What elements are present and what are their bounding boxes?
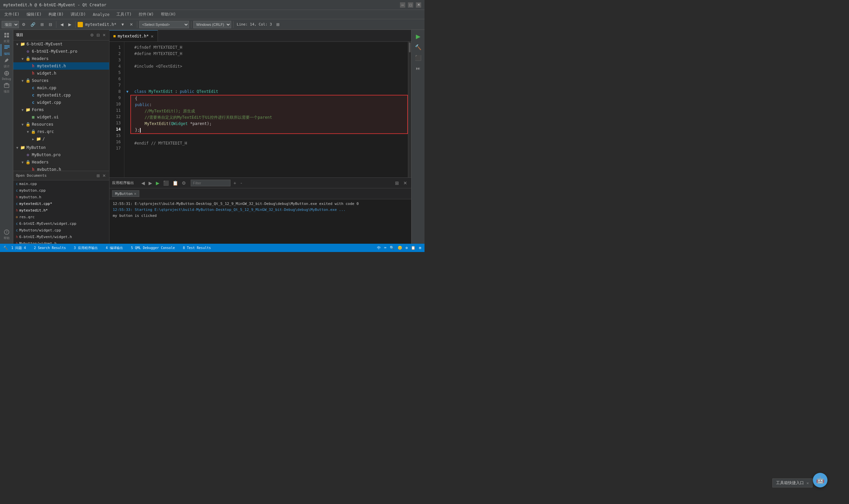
output-next-btn[interactable]: ▶ (147, 180, 153, 186)
doc-item-widget-cpp-1[interactable]: c6-btnUI-MyEvent/widget.cpp (13, 220, 109, 227)
settings-icon: ⚙ (405, 246, 408, 250)
collapse-btn[interactable]: ⊟ (96, 32, 101, 38)
project1-sources[interactable]: ▼ 🔒 Sources (13, 77, 109, 84)
step-btn[interactable]: ⏭ (412, 63, 424, 73)
doc-item-widget-h-2[interactable]: hMybutton/widget.h (13, 240, 109, 244)
line-6 (134, 76, 404, 82)
status-compile[interactable]: 4 编译输出 (106, 246, 123, 250)
open-docs-close-btn[interactable]: ✕ (102, 173, 106, 179)
project1-root[interactable]: ▼ 📁 6-btnUI-MyEvent (13, 40, 109, 48)
line-1: #ifndef MYTEXTEDIT_H (134, 44, 404, 51)
build-btn[interactable]: 🔨 (412, 42, 424, 52)
output-run-controls: ◀ ▶ ▶ ⬛ 📋 ⚙ (138, 180, 189, 186)
project1-headers[interactable]: ▼ 🔒 Headers (13, 55, 109, 62)
doc-item-res-qrc[interactable]: ⚙res.qrc (13, 214, 109, 220)
nav-forward-btn[interactable]: ▶ (66, 21, 73, 28)
output-settings-btn[interactable]: ⚙ (180, 180, 187, 186)
project1-main-cpp[interactable]: c main.cpp (13, 84, 109, 91)
project1-mytextedit-h[interactable]: h mytextedit.h (13, 62, 109, 70)
project1-res-qrc[interactable]: ▼ 🔒 res.qrc (13, 128, 109, 135)
search-icon-status: 🔍 (390, 246, 394, 250)
sync-btn[interactable]: ⚙ (90, 32, 94, 38)
project1-widget-ui[interactable]: ▦ widget.ui (13, 113, 109, 121)
proc-tab-close-icon[interactable]: ✕ (134, 191, 136, 196)
menu-build[interactable]: 构建(B) (46, 11, 66, 18)
ime-indicator[interactable]: 中 (377, 245, 381, 250)
link-btn[interactable]: 🔗 (29, 21, 37, 28)
output-clear-btn[interactable]: 📋 (171, 180, 179, 186)
editor-tab-active[interactable]: ■ mytextedit.h* ✕ (109, 30, 158, 41)
stop-btn[interactable]: ⬛ (412, 53, 424, 63)
output-filter-input[interactable] (191, 180, 231, 186)
add-btn[interactable]: ⊞ (38, 21, 46, 28)
doc-widget-cpp-1-label: 6-btnUI-MyEvent/widget.cpp (19, 221, 76, 226)
sidebar-debug[interactable]: Debug (1, 69, 13, 81)
run-btn[interactable]: ▶ (412, 32, 424, 41)
project1-widget-h[interactable]: h widget.h (13, 70, 109, 77)
status-qml[interactable]: 5 QML Debugger Console (131, 246, 175, 250)
code-content[interactable]: #ifndef MYTEXTEDIT_H #define MYTEXTEDIT_… (130, 42, 408, 177)
menu-debug[interactable]: 调试(D) (68, 11, 89, 18)
menu-file[interactable]: 文件(E) (2, 11, 22, 18)
tab-dropdown[interactable]: ▼ (119, 21, 127, 28)
doc-item-widget-h-1[interactable]: h6-btnUI-MyEvent/widget.h (13, 233, 109, 240)
menu-tools[interactable]: 工具(T) (114, 11, 134, 18)
doc-item-main-cpp[interactable]: cmain.cpp (13, 180, 109, 187)
menu-help[interactable]: 帮助(H) (158, 11, 179, 18)
close-button[interactable]: ✕ (416, 2, 421, 7)
doc-item-widget-cpp-2[interactable]: cMybutton/widget.cpp (13, 227, 109, 233)
status-problems[interactable]: 1 问题 4 (11, 246, 26, 250)
proc-tab-mybutton[interactable]: MyButton ✕ (112, 190, 139, 197)
doc-item-mytextedit-h[interactable]: hmytextedit.h* (13, 207, 109, 214)
sidebar-project[interactable]: 项目 (1, 82, 13, 94)
project2-mybutton-h-label: mybutton.h (37, 167, 61, 171)
output-prev-btn[interactable]: ◀ (140, 180, 146, 186)
menu-analyze[interactable]: Analyze (90, 11, 112, 18)
maximize-button[interactable]: □ (408, 2, 413, 7)
project1-resources[interactable]: ▼ 🔒 Resources (13, 121, 109, 128)
open-docs-expand-btn[interactable]: ⊞ (96, 173, 101, 179)
sidebar-edit[interactable]: 编辑 (1, 44, 13, 56)
status-app-output[interactable]: 3 应用程序输出 (74, 246, 98, 250)
filter-btn[interactable]: ⚙ (20, 21, 28, 28)
project2-root[interactable]: ▼ 📁 MyButton (13, 144, 109, 151)
project-combo[interactable]: 项目 (2, 21, 19, 28)
doc-item-mytextedit-cpp[interactable]: cmytextedit.cpp* (13, 200, 109, 207)
project1-mytextedit-cpp[interactable]: c mytextedit.cpp (13, 91, 109, 99)
sidebar-design[interactable]: 设计 (1, 57, 13, 69)
tab-close-icon[interactable]: ✕ (151, 34, 153, 39)
project1-res-slash[interactable]: ▶ 📁 / (13, 135, 109, 143)
encoding-select[interactable]: Windows (CRLF) (193, 21, 231, 28)
project1-pro[interactable]: ⚙ 6-btnUI-MyEvent.pro (13, 48, 109, 55)
output-toolbar: 应用程序输出 ◀ ▶ ▶ ⬛ 📋 ⚙ + - ⊞ (109, 178, 411, 188)
output-stop-btn[interactable]: ⬛ (162, 180, 170, 186)
project2-pro[interactable]: ⚙ MyButton.pro (13, 151, 109, 159)
doc-item-mybutton-cpp[interactable]: cmybutton.cpp (13, 187, 109, 194)
status-test[interactable]: 8 Test Results (183, 246, 211, 250)
remove-btn[interactable]: ⊟ (47, 21, 54, 28)
output-expand-btn[interactable]: ⊞ (394, 180, 400, 186)
project1-widget-cpp[interactable]: c widget.cpp (13, 99, 109, 106)
nav-back-btn[interactable]: ◀ (58, 21, 65, 28)
doc-item-mybutton-h[interactable]: hmybutton.h (13, 194, 109, 200)
doc-h-icon3: h (16, 235, 18, 239)
sidebar-help[interactable]: ? 帮助 (1, 229, 13, 240)
output-run-btn[interactable]: ▶ (155, 180, 161, 186)
symbol-select[interactable]: <Select Symbol> (139, 21, 189, 28)
expand-btn[interactable]: ⊞ (274, 21, 282, 28)
sidebar-welcome[interactable]: 欢迎 (1, 32, 13, 43)
code-editor[interactable]: 1 2 3 4 5 6 7 8 9 10 11 12 13 14 (109, 42, 411, 177)
project2-mybutton-h[interactable]: h mybutton.h (13, 166, 109, 171)
menu-controls[interactable]: 控件(W) (136, 11, 157, 18)
status-search[interactable]: 2 Search Results (34, 246, 66, 250)
close-panel-btn[interactable]: ✕ (102, 32, 106, 38)
menu-edit[interactable]: 编辑(E) (24, 11, 44, 18)
tab-close-btn[interactable]: ✕ (128, 21, 135, 28)
editor-scrollbar[interactable] (408, 42, 411, 177)
project1-forms[interactable]: ▼ 📁 Forms (13, 106, 109, 113)
output-close-btn[interactable]: ✕ (402, 180, 409, 186)
output-remove-btn[interactable]: - (239, 180, 243, 186)
output-add-btn[interactable]: + (232, 180, 237, 186)
minimize-button[interactable]: ─ (400, 2, 405, 7)
project2-headers[interactable]: ▼ 🔒 Headers (13, 159, 109, 166)
